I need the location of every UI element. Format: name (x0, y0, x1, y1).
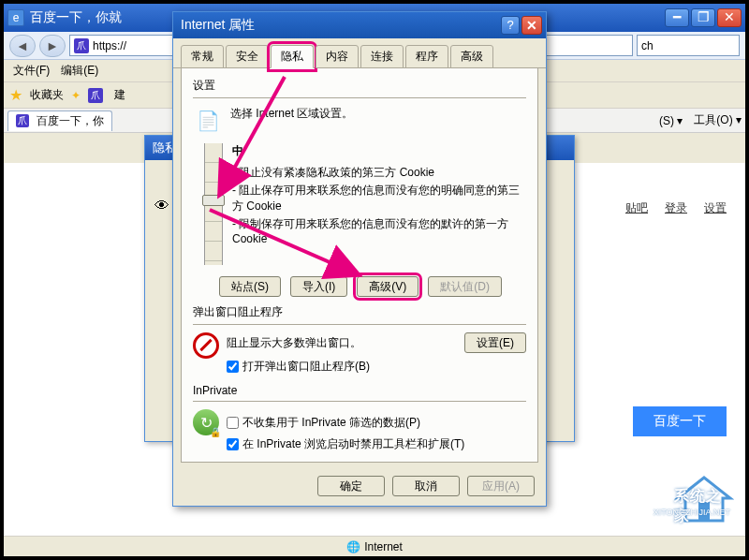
maximize-button[interactable]: ❐ (691, 8, 715, 27)
inprivate-chk1-label: 不收集用于 InPrivate 筛选的数据(P) (242, 415, 420, 431)
dialog-titlebar: Internet 属性 ? ✕ (173, 12, 546, 38)
popup-settings-button[interactable]: 设置(E) (464, 332, 526, 353)
watermark-url: XITONGZHIJIA.NET (654, 508, 730, 517)
default-button: 默认值(D) (428, 276, 502, 297)
popup-row: 阻止显示大多数弹出窗口。 设置(E) 打开弹出窗口阻止程序(B) (193, 332, 526, 375)
menu-file[interactable]: 文件(F) (7, 61, 55, 81)
status-zone: Internet (364, 540, 403, 553)
tab-general[interactable]: 常规 (181, 45, 224, 68)
address-text: https:// (93, 39, 126, 52)
browser-tab[interactable]: 爪 百度一下，你 (7, 111, 112, 131)
watermark-name: 系统之家 (674, 487, 732, 526)
tab-advanced[interactable]: 高级 (450, 45, 493, 68)
tab-content[interactable]: 内容 (316, 45, 359, 68)
toolbar-links-s[interactable]: (S) ▾ (659, 114, 683, 127)
tab-favicon-icon: 爪 (16, 114, 29, 127)
cancel-button[interactable]: 取消 (392, 476, 460, 496)
window-sysbuttons: ━ ❐ ✕ (665, 8, 742, 27)
sites-button[interactable]: 站点(S) (219, 276, 281, 297)
zone-icon: 📄 (193, 106, 223, 136)
advanced-button[interactable]: 高级(V) (357, 276, 419, 297)
baidu-search-row: 百度一下 (633, 406, 727, 436)
globe-icon: 🌐 (346, 540, 360, 553)
baidu-nav-login[interactable]: 登录 (665, 200, 687, 216)
slider-thumb[interactable] (202, 195, 225, 206)
baidu-search-button[interactable]: 百度一下 (633, 406, 727, 436)
tab-label: 百度一下，你 (37, 113, 104, 129)
inprivate-chk2-row[interactable]: 在 InPrivate 浏览启动时禁用工具栏和扩展(T) (227, 436, 526, 452)
popup-desc: 阻止显示大多数弹出窗口。 (227, 335, 361, 351)
baidu-top-nav: 贴吧 登录 设置 (625, 200, 727, 216)
privacy-buttons-row: 站点(S) 导入(I) 高级(V) 默认值(D) (219, 276, 526, 297)
bullet-1: - 阻止没有紧凑隐私政策的第三方 Cookie (232, 165, 526, 181)
back-button[interactable]: ◄ (9, 35, 36, 57)
block-icon (193, 332, 219, 359)
minimize-button[interactable]: ━ (665, 8, 689, 27)
bullet-2: - 阻止保存可用来联系您的信息而没有您的明确同意的第三方 Cookie (232, 183, 526, 214)
favorites-label[interactable]: 收藏夹 (30, 87, 64, 103)
dialog-help-button[interactable]: ? (501, 16, 520, 35)
popup-enable-label: 打开弹出窗口阻止程序(B) (242, 359, 370, 375)
bullet-3: - 限制保存可用来联系您的信息而没有您的默许的第一方 Cookie (232, 216, 526, 245)
settings-desc-row: 📄 选择 Internet 区域设置。 (193, 106, 526, 136)
star-icon[interactable]: ★ (9, 86, 22, 104)
privacy-slider[interactable] (204, 143, 223, 265)
settings-desc: 选择 Internet 区域设置。 (230, 106, 353, 122)
privacy-level: 中 (232, 143, 526, 159)
fav-site-icon: 爪 (88, 88, 103, 103)
ok-button[interactable]: 确定 (317, 476, 385, 496)
divider (193, 324, 526, 325)
baidu-nav-tieba[interactable]: 贴吧 (625, 200, 648, 216)
ie-icon: e (7, 9, 24, 26)
watermark: 系统之家 XITONGZHIJIA.NET (674, 474, 734, 530)
status-bar: 🌐 Internet (4, 536, 745, 556)
dialog-title: Internet 属性 (181, 17, 501, 34)
dialog-close-button[interactable]: ✕ (521, 16, 542, 35)
group-inprivate-label: InPrivate (193, 384, 526, 397)
dialog-footer: 确定 取消 应用(A) (173, 470, 546, 506)
forward-button[interactable]: ► (39, 35, 66, 57)
favorites-item[interactable]: 建 (114, 87, 125, 103)
baidu-nav-settings[interactable]: 设置 (704, 200, 727, 216)
search-placeholder: ch (641, 39, 654, 52)
slider-description: 中 - 阻止没有紧凑隐私政策的第三方 Cookie - 阻止保存可用来联系您的信… (232, 143, 526, 265)
divider (193, 97, 526, 98)
eye-icon: 👁 (154, 198, 169, 214)
popup-enable-row[interactable]: 打开弹出窗口阻止程序(B) (227, 359, 526, 375)
site-favicon-icon: 爪 (74, 38, 89, 53)
internet-options-dialog: Internet 属性 ? ✕ 常规 安全 隐私 内容 连接 程序 高级 设置 … (172, 11, 547, 507)
group-popup-label: 弹出窗口阻止程序 (193, 304, 526, 320)
inprivate-chk1-row[interactable]: 不收集用于 InPrivate 筛选的数据(P) (227, 415, 526, 431)
fav-add-icon[interactable]: ✦ (71, 89, 81, 102)
group-settings-label: 设置 (193, 78, 526, 94)
tab-security[interactable]: 安全 (226, 45, 269, 68)
privacy-slider-area: 中 - 阻止没有紧凑隐私政策的第三方 Cookie - 阻止保存可用来联系您的信… (193, 143, 526, 265)
inprivate-row: ↻ 不收集用于 InPrivate 筛选的数据(P) 在 InPrivate 浏… (193, 409, 526, 452)
inprivate-icon: ↻ (193, 409, 219, 435)
tab-connections[interactable]: 连接 (360, 45, 404, 68)
popup-enable-checkbox[interactable] (227, 361, 239, 373)
menu-edit[interactable]: 编辑(E) (55, 61, 104, 81)
inprivate-chk2-label: 在 InPrivate 浏览启动时禁用工具栏和扩展(T) (242, 436, 464, 452)
import-button[interactable]: 导入(I) (290, 276, 347, 297)
close-button[interactable]: ✕ (717, 8, 742, 27)
dialog-tabs: 常规 安全 隐私 内容 连接 程序 高级 (173, 38, 546, 68)
divider (193, 401, 526, 402)
inprivate-disable-toolbar-checkbox[interactable] (227, 438, 239, 450)
apply-button: 应用(A) (467, 476, 535, 496)
inprivate-nocollect-checkbox[interactable] (227, 417, 239, 429)
tab-privacy[interactable]: 隐私 (271, 45, 314, 68)
search-bar[interactable]: ch (637, 35, 740, 56)
toolbar-tools[interactable]: 工具(O) ▾ (694, 112, 742, 128)
dialog-body: 设置 📄 选择 Internet 区域设置。 中 - 阻止没有紧凑隐私政策的第三… (181, 68, 538, 463)
tab-programs[interactable]: 程序 (405, 45, 448, 68)
